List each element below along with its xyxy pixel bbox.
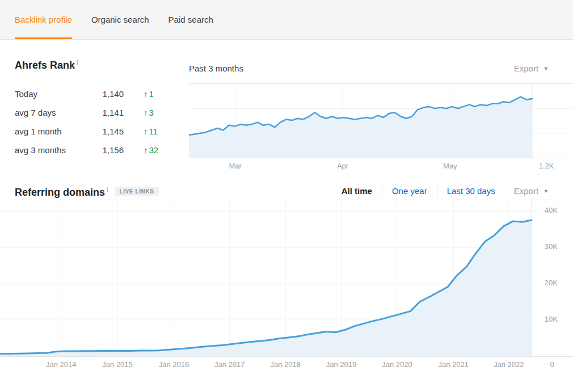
x-axis-label: Jan 2017 (214, 360, 245, 369)
rank-row-value: 1,141 (87, 108, 124, 117)
rank-chart-header: Past 3 months Export▼ (189, 56, 573, 83)
up-arrow-icon: ↑ (144, 127, 148, 136)
y-axis-label: 40K (533, 206, 558, 214)
y-axis-label: 20K (533, 279, 558, 287)
export-label: Export (514, 64, 538, 73)
ahrefs-rank-stats: Ahrefs Ranki Today 1,140 ↑1 avg 7 days 1… (15, 56, 189, 173)
y-axis-label: 1.2K (539, 162, 554, 170)
rank-chart-x-axis: MarAprMay1.2K (189, 158, 573, 173)
x-axis-label: Jan 2021 (439, 360, 469, 369)
x-axis-label: Jan 2022 (494, 360, 524, 369)
ahrefs-rank-section: Ahrefs Ranki Today 1,140 ↑1 avg 7 days 1… (0, 40, 573, 173)
rank-row-delta: ↑3 (144, 108, 154, 117)
up-arrow-icon: ↑ (144, 89, 148, 99)
x-axis-label: Jan 2016 (159, 360, 189, 369)
rank-row-delta: ↑1 (144, 89, 154, 99)
rank-row-label: avg 3 months (15, 145, 87, 155)
chevron-down-icon: ▼ (543, 188, 549, 194)
ahrefs-rank-table: Today 1,140 ↑1 avg 7 days 1,141 ↑3 avg 1… (15, 85, 189, 159)
chevron-down-icon: ▼ (543, 66, 549, 71)
export-button[interactable]: Export▼ (514, 64, 549, 73)
rank-row-label: Today (15, 89, 87, 99)
rank-row-value: 1,140 (87, 89, 124, 99)
rank-chart-canvas (189, 84, 573, 158)
table-row: avg 7 days 1,141 ↑3 (15, 103, 189, 122)
live-links-badge: LIVE LINKS (115, 187, 158, 196)
x-axis-label: Jan 2018 (270, 360, 301, 369)
info-icon[interactable]: i (107, 186, 108, 193)
divider (437, 186, 437, 196)
rank-delta-value: 32 (149, 145, 159, 155)
referring-domains-title-group: Referring domainsi LIVE LINKS (15, 183, 159, 199)
rank-delta-value: 3 (149, 108, 154, 117)
ahrefs-rank-chart[interactable] (189, 83, 573, 158)
tab-backlink-profile[interactable]: Backlink profile (15, 0, 72, 39)
rank-row-delta: ↑32 (144, 145, 158, 155)
x-axis-label: Jan 2015 (102, 360, 133, 369)
referring-domains-header: Referring domainsi LIVE LINKS All time O… (0, 173, 573, 200)
x-axis-label: Apr (337, 162, 348, 170)
x-axis-label: Jan 2019 (326, 360, 357, 369)
referring-domains-controls: All time One year Last 30 days Export▼ (342, 186, 549, 196)
rank-row-value: 1,156 (87, 145, 124, 155)
tab-paid-search[interactable]: Paid search (168, 0, 213, 39)
rank-row-label: avg 7 days (15, 108, 87, 117)
y-axis-label: 0 (550, 360, 554, 369)
ahrefs-rank-title-text: Ahrefs Rank (15, 60, 75, 71)
rank-row-delta: ↑11 (144, 127, 158, 136)
y-axis-label: 30K (533, 242, 558, 251)
up-arrow-icon: ↑ (144, 108, 148, 117)
export-button[interactable]: Export▼ (514, 186, 549, 196)
x-axis-label: Mar (229, 162, 241, 170)
table-row: Today 1,140 ↑1 (15, 85, 189, 103)
filter-all-time[interactable]: All time (342, 186, 372, 196)
rank-row-value: 1,145 (87, 127, 124, 136)
table-row: avg 1 month 1,145 ↑11 (15, 122, 189, 141)
filter-last-30-days[interactable]: Last 30 days (447, 186, 495, 196)
rank-delta-value: 1 (149, 89, 154, 99)
tab-organic-search[interactable]: Organic search (91, 0, 149, 39)
x-axis-label: Jan 2020 (382, 360, 412, 369)
domains-chart-x-axis: Jan 2014Jan 2015Jan 2016Jan 2017Jan 2018… (0, 357, 573, 372)
ahrefs-rank-chart-panel: Past 3 months Export▼ MarAprMay1.2K (189, 56, 573, 173)
info-icon[interactable]: i (77, 59, 78, 66)
divider (382, 186, 382, 196)
referring-domains-chart[interactable]: 40K30K20K10K (0, 200, 573, 357)
x-axis-label: May (443, 162, 457, 170)
ahrefs-rank-title: Ahrefs Ranki (15, 56, 189, 72)
report-tabbar: Backlink profile Organic search Paid sea… (0, 0, 573, 40)
filter-one-year[interactable]: One year (392, 186, 427, 196)
up-arrow-icon: ↑ (144, 145, 148, 155)
referring-domains-title: Referring domainsi (15, 183, 108, 199)
domains-chart-canvas (0, 200, 573, 356)
rank-delta-value: 11 (149, 127, 158, 136)
x-axis-label: Jan 2014 (46, 360, 77, 369)
referring-domains-title-text: Referring domains (15, 187, 105, 198)
table-row: avg 3 months 1,156 ↑32 (15, 141, 189, 159)
rank-chart-period-label: Past 3 months (189, 64, 243, 73)
y-axis-label: 10K (533, 315, 558, 323)
export-label: Export (514, 186, 538, 196)
rank-row-label: avg 1 month (15, 127, 87, 136)
